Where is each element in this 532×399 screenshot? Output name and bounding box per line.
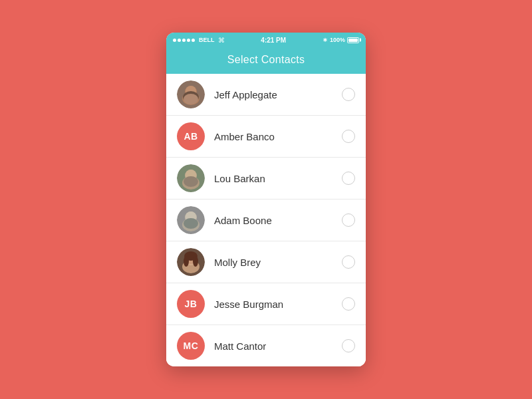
contact-name: Molly Brey <box>214 257 342 268</box>
wifi-icon: ⌘ <box>218 37 225 44</box>
contact-name: Jesse Burgman <box>214 299 342 310</box>
list-item[interactable]: MC Matt Cantor <box>166 325 366 366</box>
avatar: AB <box>177 122 205 150</box>
list-item[interactable]: Jeff Applegate <box>166 74 366 116</box>
page-title: Select Contacts <box>177 54 355 66</box>
list-item[interactable]: Adam Boone <box>166 200 366 241</box>
avatar <box>177 206 205 234</box>
bluetooth-icon: ∗ <box>323 37 328 43</box>
status-left: BELL ⌘ <box>173 37 225 44</box>
contact-name: Adam Boone <box>214 215 342 226</box>
svg-point-21 <box>184 256 189 267</box>
contact-name: Amber Banco <box>214 131 342 142</box>
contacts-list: Jeff Applegate AB Amber Banco Lou Barkan <box>166 74 366 366</box>
avatar: MC <box>177 332 205 360</box>
contact-name: Lou Barkan <box>214 173 342 184</box>
contact-name: Jeff Applegate <box>214 89 342 100</box>
select-radio[interactable] <box>342 172 355 185</box>
status-time: 4:21 PM <box>261 37 286 44</box>
battery-icon <box>347 37 359 43</box>
svg-point-5 <box>184 94 198 104</box>
avatar: JB <box>177 290 205 318</box>
avatar <box>177 80 205 108</box>
battery-fill <box>348 39 358 42</box>
svg-point-22 <box>193 256 198 267</box>
avatar <box>177 164 205 192</box>
svg-point-10 <box>184 176 198 187</box>
phone-container: BELL ⌘ 4:21 PM ∗ 100% Select Contacts <box>166 33 366 366</box>
signal-dots <box>173 39 195 42</box>
list-item[interactable]: Molly Brey <box>166 241 366 283</box>
list-item[interactable]: JB Jesse Burgman <box>166 283 366 325</box>
select-radio[interactable] <box>342 130 355 143</box>
list-item[interactable]: AB Amber Banco <box>166 116 366 158</box>
avatar <box>177 248 205 276</box>
status-bar: BELL ⌘ 4:21 PM ∗ 100% <box>166 33 366 47</box>
list-item[interactable]: Lou Barkan <box>166 158 366 200</box>
select-radio[interactable] <box>342 88 355 101</box>
battery-percent: 100% <box>330 37 345 43</box>
status-right: ∗ 100% <box>323 37 359 43</box>
select-radio[interactable] <box>342 339 355 352</box>
select-radio[interactable] <box>342 255 355 269</box>
svg-point-15 <box>184 218 198 229</box>
carrier-label: BELL <box>199 37 215 43</box>
select-radio[interactable] <box>342 297 355 311</box>
header: Select Contacts <box>166 47 366 74</box>
select-radio[interactable] <box>342 213 355 227</box>
contact-name: Matt Cantor <box>214 340 342 352</box>
